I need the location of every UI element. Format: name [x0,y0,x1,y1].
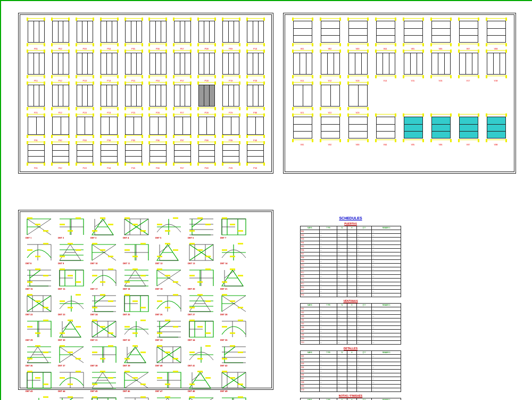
mark-tag: P32 [59,139,62,142]
svg-rect-122 [205,345,211,347]
table-row: V09————— [301,337,401,341]
svg-rect-139 [165,383,170,385]
elevation-frame [348,53,368,75]
svg-rect-61 [230,268,235,270]
door-item: P40 [245,115,266,137]
panel-connection-details: DET 1DET 2DET 3DET 4DET 5DET 6DET 7DET 8… [18,210,273,390]
table-header: REMARKS [372,398,401,401]
svg-rect-4 [68,230,73,232]
elevation-frame [198,21,215,43]
door-item: P17 [172,51,193,78]
table-row: V04————— [301,319,401,322]
dim-line [27,163,45,166]
table-cell: — [372,241,401,245]
table-cell: — [337,385,347,388]
svg-rect-81 [222,294,227,296]
elevation-frame [125,117,142,135]
elevation-frame [52,53,69,75]
table-header: TYPE [319,304,337,307]
table-header: QTY [356,398,371,401]
detail-label: DET 16 [58,288,65,290]
door-item: P02 [50,19,71,46]
table-cell: — [356,330,371,333]
door-item: P27 [172,83,193,110]
svg-rect-68 [76,294,81,296]
detail-item: DET 55 [187,395,216,400]
table-cell: — [337,333,347,337]
table-header: REMARKS [372,226,401,230]
table-cell: P05 [301,245,320,249]
svg-rect-35 [173,249,178,251]
elevation-frame [459,117,479,138]
table-cell: — [372,388,401,392]
svg-rect-121 [197,358,203,360]
dim-line [27,44,45,46]
dim-line [375,44,397,46]
dim-line [222,76,240,78]
detail-item: DET 34 [187,319,216,341]
detail-item: DET 19 [154,267,184,290]
table-header: MARK [301,226,320,230]
door-item: P09 [220,19,242,46]
detail-label: DET 4 [123,236,129,239]
svg-rect-59 [205,268,211,270]
detail-label: DET 7 [220,236,226,239]
dim-line [486,44,508,46]
table-header: QTY [356,226,371,230]
svg-rect-116 [140,352,146,353]
table-cell: — [347,373,356,377]
table-cell: — [356,315,371,319]
svg-rect-88 [68,320,73,321]
table-cell: V03 [301,315,320,319]
table-header: W [337,398,347,401]
table-cell: — [347,322,356,326]
dim-line [246,108,265,110]
dim-line [148,44,167,46]
table-cell: P06 [301,249,320,252]
table-row: P14————— [301,279,401,282]
svg-rect-37 [197,249,203,251]
detail-item: DET 6 [187,216,216,239]
door-item: P48 [196,143,218,165]
mark-tag: P07 [180,47,184,50]
svg-rect-7 [100,217,105,219]
dim-line [320,76,342,78]
mark-tag: V23 [355,111,359,114]
detail-item: DET 30 [57,319,86,341]
table-cell: — [319,241,337,245]
detail-label: DET 28 [220,313,228,316]
svg-rect-85 [35,332,40,334]
dim-line [173,135,192,138]
table-cell: — [347,279,356,282]
dim-line [197,135,216,138]
detail-item: DET 50 [24,395,54,400]
detail-item: DET 18 [122,267,151,290]
mark-tag: V12 [328,79,331,82]
svg-rect-17 [205,224,211,225]
table-header: TYPE [319,398,337,401]
dim-line [197,108,216,110]
svg-rect-105 [27,358,32,360]
table-cell: — [319,315,337,319]
table-cell: — [356,252,371,256]
svg-rect-25 [68,243,73,244]
table-cell: — [372,385,401,388]
table-cell: V09 [301,337,320,341]
door-item: P50 [245,143,266,165]
table-cell: P03 [301,238,320,241]
table-cell: — [372,358,401,362]
table-cell: P09 [301,260,320,264]
window-item: V34 [373,115,398,142]
detail-label: DET 41 [188,364,195,367]
table-cell: — [347,307,356,311]
dim-line [458,44,480,46]
svg-rect-127 [35,377,40,379]
elevation-frame [101,85,118,107]
detail-label: DET 14 [220,262,228,265]
mark-tag: P35 [131,139,135,142]
svg-rect-46 [68,275,73,276]
detail-item: DET 4 [122,216,151,239]
table-cell: — [347,330,356,333]
table-cell: D06 [301,373,320,377]
table-cell: — [319,385,337,388]
